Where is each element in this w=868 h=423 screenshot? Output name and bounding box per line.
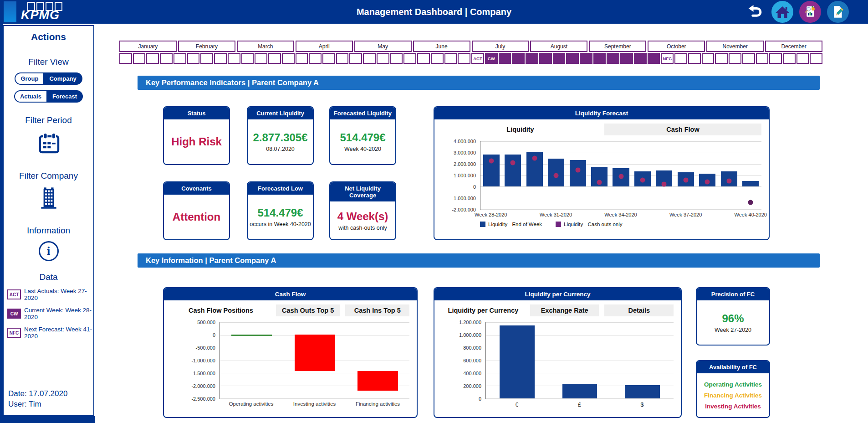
cw-badge: CW <box>7 309 21 319</box>
week-cell-47[interactable] <box>742 53 755 64</box>
week-cell-9[interactable] <box>228 53 240 64</box>
week-cell-28[interactable]: CW <box>485 53 498 64</box>
precision-week: Week 27-2020 <box>715 327 751 333</box>
cash-outs-dot <box>748 200 753 205</box>
week-cell-20[interactable] <box>377 53 389 64</box>
week-cell-27[interactable]: ACT <box>471 53 484 64</box>
undo-icon[interactable] <box>744 1 766 23</box>
week-cell-42[interactable] <box>674 53 687 64</box>
legend-last-actuals: ACT Last Actuals: Week 27-2020 <box>4 288 93 301</box>
month-cell-may[interactable]: May <box>354 41 412 52</box>
week-cell-30[interactable] <box>512 53 525 64</box>
week-cell-33[interactable] <box>553 53 566 64</box>
tab-exchange-rate[interactable]: Exchange Rate <box>530 304 599 316</box>
week-cell-29[interactable] <box>499 53 511 64</box>
home-icon[interactable] <box>771 1 793 23</box>
week-cell-39[interactable] <box>634 53 647 64</box>
calendar-icon[interactable] <box>36 130 62 157</box>
tab-liquidity-per-currency[interactable]: Liquidity per Currency <box>442 304 525 316</box>
tab-cash-ins-top5[interactable]: Cash Ins Top 5 <box>345 304 409 316</box>
week-cell-12[interactable] <box>268 53 281 64</box>
week-cell-25[interactable] <box>444 53 457 64</box>
week-cell-32[interactable] <box>539 53 552 64</box>
week-cell-13[interactable] <box>282 53 295 64</box>
week-cell-26[interactable] <box>458 53 470 64</box>
week-cell-6[interactable] <box>187 53 200 64</box>
month-cell-november[interactable]: November <box>706 41 764 52</box>
edit-icon[interactable] <box>827 1 849 23</box>
week-cell-38[interactable] <box>620 53 633 64</box>
week-cell-15[interactable] <box>309 53 322 64</box>
y-axis-tick: -1.000.000 <box>191 358 215 363</box>
y-axis-tick: -2.000.000 <box>452 207 476 212</box>
tab-details[interactable]: Details <box>604 304 674 316</box>
tab-cash-flow-positions[interactable]: Cash Flow Positions <box>171 304 271 316</box>
week-cell-11[interactable] <box>255 53 267 64</box>
legend-swatch <box>556 222 561 227</box>
tab-cash-flow[interactable]: Cash Flow <box>604 124 761 135</box>
week-cell-48[interactable] <box>756 53 769 64</box>
week-cell-2[interactable] <box>133 53 146 64</box>
week-cell-37[interactable] <box>607 53 619 64</box>
tab-cash-outs-top5[interactable]: Cash Outs Top 5 <box>276 304 340 316</box>
data-heading: Data <box>39 272 57 282</box>
week-cell-50[interactable] <box>783 53 796 64</box>
group-toggle-button[interactable]: Group <box>15 72 44 85</box>
x-axis-category: £ <box>548 399 611 411</box>
week-cell-23[interactable] <box>417 53 430 64</box>
week-cell-1[interactable] <box>119 53 132 64</box>
week-cell-34[interactable] <box>566 53 579 64</box>
month-cell-july[interactable]: July <box>472 41 529 52</box>
week-cell-35[interactable] <box>580 53 592 64</box>
week-cell-51[interactable] <box>797 53 809 64</box>
week-cell-43[interactable] <box>688 53 701 64</box>
week-cell-24[interactable] <box>431 53 444 64</box>
week-cell-46[interactable] <box>729 53 741 64</box>
week-cell-16[interactable] <box>322 53 335 64</box>
gridline <box>480 186 761 187</box>
month-cell-march[interactable]: March <box>237 41 294 52</box>
status-card-title: Status <box>164 107 229 119</box>
month-cell-october[interactable]: October <box>648 41 705 52</box>
week-cell-41[interactable]: NFC <box>661 53 674 64</box>
cash-outs-dot <box>705 179 710 184</box>
week-cell-52[interactable] <box>810 53 822 64</box>
week-cell-19[interactable] <box>363 53 376 64</box>
forecast-toggle-button[interactable]: Forecast <box>47 90 83 103</box>
x-axis-tick: Week 28-2020 <box>475 212 507 217</box>
x-axis-category: $ <box>611 399 674 411</box>
week-cell-4[interactable] <box>160 53 173 64</box>
cash-outs-dot <box>726 178 731 183</box>
tab-liquidity[interactable]: Liquidity <box>442 124 599 135</box>
week-cell-17[interactable] <box>336 53 349 64</box>
week-cell-3[interactable] <box>146 53 159 64</box>
month-cell-april[interactable]: April <box>296 41 353 52</box>
week-cell-45[interactable] <box>715 53 728 64</box>
week-cell-5[interactable] <box>174 53 186 64</box>
month-cell-june[interactable]: June <box>413 41 470 52</box>
week-cell-8[interactable] <box>214 53 227 64</box>
week-cell-18[interactable] <box>349 53 362 64</box>
week-cell-14[interactable] <box>296 53 308 64</box>
month-cell-december[interactable]: December <box>765 41 822 52</box>
week-cell-10[interactable] <box>241 53 254 64</box>
week-cell-21[interactable] <box>390 53 403 64</box>
actuals-toggle-button[interactable]: Actuals <box>14 90 47 103</box>
week-cell-7[interactable] <box>200 53 213 64</box>
month-cell-january[interactable]: January <box>119 41 177 52</box>
week-cell-44[interactable] <box>702 53 715 64</box>
week-cell-36[interactable] <box>593 53 606 64</box>
month-cell-february[interactable]: February <box>178 41 235 52</box>
building-icon[interactable] <box>36 186 61 213</box>
info-icon[interactable]: i <box>39 241 59 261</box>
month-cell-august[interactable]: August <box>530 41 587 52</box>
cash-flow-panel: Cash Flow Cash Flow Positions Cash Outs … <box>163 287 418 418</box>
data-type-toggle: Actuals Forecast <box>14 90 83 103</box>
company-toggle-button[interactable]: Company <box>44 72 82 85</box>
month-cell-september[interactable]: September <box>589 41 646 52</box>
week-cell-49[interactable] <box>769 53 782 64</box>
week-cell-31[interactable] <box>526 53 538 64</box>
week-cell-22[interactable] <box>403 53 416 64</box>
report-icon[interactable] <box>799 1 821 23</box>
week-cell-40[interactable] <box>648 53 660 64</box>
